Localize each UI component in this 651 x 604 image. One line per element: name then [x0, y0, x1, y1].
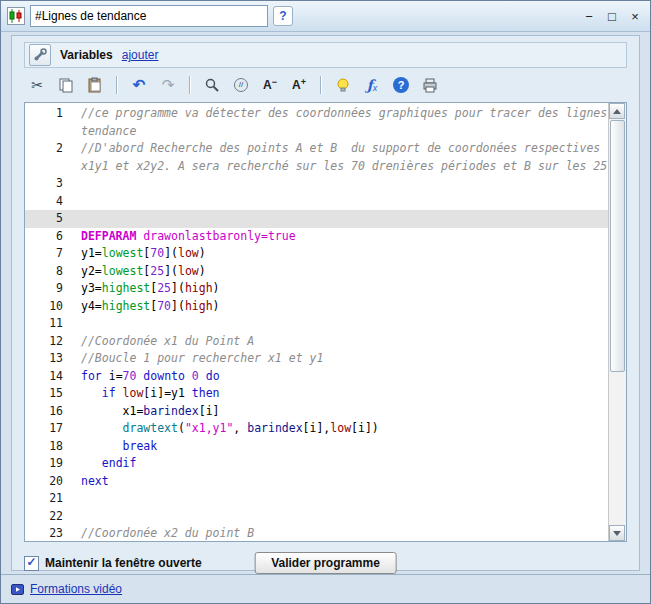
toolbar-separator: [116, 76, 118, 94]
line-number: 13: [25, 350, 69, 368]
line-number: 16: [25, 403, 69, 421]
code-line[interactable]: 23//Coordonée x2 du point B: [25, 525, 608, 541]
cut-button[interactable]: ✂: [24, 73, 50, 97]
code-text: //Coordonée x1 du Point A: [69, 333, 608, 351]
wrench-icon: [33, 48, 47, 62]
line-number: 11: [25, 315, 69, 333]
code-line[interactable]: 21: [25, 490, 608, 508]
line-number: 8: [25, 263, 69, 281]
line-number: 17: [25, 420, 69, 438]
code-line[interactable]: 1//ce programme va détecter des coordonn…: [25, 105, 608, 140]
code-line[interactable]: 20next: [25, 473, 608, 491]
font-decrease-button[interactable]: A−: [257, 73, 283, 97]
code-line[interactable]: 12//Coordonée x1 du Point A: [25, 333, 608, 351]
code-line[interactable]: 4: [25, 193, 608, 211]
footer-bar: Formations vidéo: [1, 574, 650, 603]
scroll-down-button[interactable]: [609, 525, 625, 541]
line-number: 22: [25, 508, 69, 526]
code-line[interactable]: 5: [25, 210, 608, 228]
code-text: [69, 508, 608, 526]
check-icon: ✓: [26, 556, 36, 568]
code-line[interactable]: 18 break: [25, 438, 608, 456]
validate-program-button[interactable]: Valider programme: [254, 552, 397, 574]
line-number: 5: [25, 210, 69, 228]
code-line[interactable]: 9y3=highest[25](high): [25, 280, 608, 298]
code-line[interactable]: 15 if low[i]=y1 then: [25, 385, 608, 403]
rename-help-icon[interactable]: ?: [273, 6, 293, 26]
code-line[interactable]: 16 x1=barindex[i]: [25, 403, 608, 421]
paste-button[interactable]: [82, 73, 108, 97]
functions-button[interactable]: ƒx: [359, 73, 385, 97]
line-number: 19: [25, 455, 69, 473]
undo-button[interactable]: ↶: [126, 73, 152, 97]
close-button[interactable]: ×: [626, 7, 644, 25]
code-text: for i=70 downto 0 do: [69, 368, 608, 386]
code-area[interactable]: 1//ce programme va détecter des coordonn…: [25, 103, 608, 541]
variables-settings-button[interactable]: [29, 44, 51, 66]
code-line[interactable]: 13//Boucle 1 pour rechercher x1 et y1: [25, 350, 608, 368]
line-number: 7: [25, 245, 69, 263]
video-icon: [11, 583, 24, 596]
line-number: 6: [25, 228, 69, 246]
code-text: //D'abord Recherche des points A et B du…: [69, 140, 608, 175]
print-button[interactable]: [417, 73, 443, 97]
code-line[interactable]: 6DEFPARAM drawonlastbaronly=true: [25, 228, 608, 246]
line-number: 3: [25, 175, 69, 193]
code-line[interactable]: 8y2=lowest[25](low): [25, 263, 608, 281]
code-text: drawtext("x1,y1", barindex[i],low[i]): [69, 420, 608, 438]
line-number: 20: [25, 473, 69, 491]
code-line[interactable]: 19 endif: [25, 455, 608, 473]
program-title-input[interactable]: [30, 5, 268, 27]
minimize-button[interactable]: −: [580, 7, 598, 25]
vertical-scrollbar[interactable]: [608, 103, 626, 541]
undo-icon: ↶: [133, 76, 146, 94]
toolbar-separator: [189, 76, 191, 94]
code-line[interactable]: 3: [25, 175, 608, 193]
code-line[interactable]: 17 drawtext("x1,y1", barindex[i],low[i]): [25, 420, 608, 438]
code-text: //Coordonée x2 du point B: [69, 525, 608, 541]
line-number: 21: [25, 490, 69, 508]
code-line[interactable]: 10y4=highest[70](high): [25, 298, 608, 316]
code-text: [69, 315, 608, 333]
copy-button[interactable]: [53, 73, 79, 97]
comment-button[interactable]: //: [228, 73, 254, 97]
search-button[interactable]: [199, 73, 225, 97]
code-line[interactable]: 11: [25, 315, 608, 333]
code-text: y3=highest[25](high): [69, 280, 608, 298]
line-number: 10: [25, 298, 69, 316]
video-trainings-link[interactable]: Formations vidéo: [30, 582, 122, 596]
keep-window-open-label: Maintenir la fenêtre ouverte: [45, 556, 202, 570]
help-button[interactable]: ?: [388, 73, 414, 97]
maximize-button[interactable]: □: [603, 7, 621, 25]
line-number: 23: [25, 525, 69, 541]
line-number: 1: [25, 105, 69, 140]
keep-window-open-checkbox[interactable]: ✓: [24, 556, 39, 571]
app-logo-icon: [7, 7, 25, 25]
scissors-icon: ✂: [31, 78, 43, 92]
code-text: endif: [69, 455, 608, 473]
code-line[interactable]: 2//D'abord Recherche des points A et B d…: [25, 140, 608, 175]
code-text: [69, 175, 608, 193]
code-text: if low[i]=y1 then: [69, 385, 608, 403]
help-icon: ?: [393, 77, 409, 93]
redo-button[interactable]: ↷: [155, 73, 181, 97]
font-increase-button[interactable]: A+: [286, 73, 312, 97]
code-text: [69, 210, 608, 228]
add-variable-link[interactable]: ajouter: [122, 48, 159, 62]
line-number: 2: [25, 140, 69, 175]
code-text: x1=barindex[i]: [69, 403, 608, 421]
suggestion-button[interactable]: [330, 73, 356, 97]
code-line[interactable]: 22: [25, 508, 608, 526]
arrow-up-icon: [613, 109, 621, 114]
scroll-up-button[interactable]: [609, 103, 625, 119]
line-number: 12: [25, 333, 69, 351]
line-number: 4: [25, 193, 69, 211]
search-icon: [204, 77, 220, 93]
code-line[interactable]: 7y1=lowest[70](low): [25, 245, 608, 263]
code-text: y2=lowest[25](low): [69, 263, 608, 281]
scrollbar-thumb[interactable]: [610, 120, 625, 372]
code-editor: 1//ce programme va détecter des coordonn…: [24, 102, 627, 542]
editor-toolbar: ✂ ↶ ↷: [24, 68, 627, 102]
code-line[interactable]: 14for i=70 downto 0 do: [25, 368, 608, 386]
code-text: next: [69, 473, 608, 491]
